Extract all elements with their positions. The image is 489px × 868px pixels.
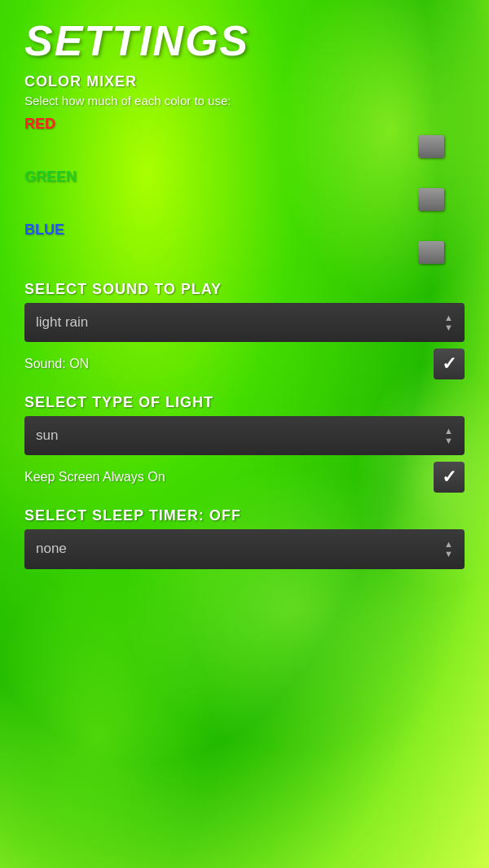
chevron-down-icon: ▼ bbox=[444, 549, 453, 559]
sleep-timer-section: SELECT SLEEP TIMER: OFF none ▲ ▼ bbox=[24, 507, 465, 568]
sound-checkbox[interactable]: ✓ bbox=[434, 349, 465, 379]
sound-dropdown-arrows: ▲ ▼ bbox=[444, 313, 453, 332]
keep-screen-label: Keep Screen Always On bbox=[24, 470, 165, 484]
light-selected-value: sun bbox=[36, 427, 58, 444]
chevron-up-icon: ▲ bbox=[444, 426, 453, 436]
red-slider-container bbox=[24, 136, 465, 160]
sound-toggle-row: Sound: ON ✓ bbox=[24, 349, 465, 379]
blue-slider[interactable] bbox=[24, 242, 465, 266]
sleep-timer-dropdown-arrows: ▲ ▼ bbox=[444, 539, 453, 559]
sound-on-label: Sound: ON bbox=[24, 357, 89, 371]
red-slider[interactable] bbox=[24, 136, 465, 160]
chevron-up-icon: ▲ bbox=[444, 313, 453, 322]
blue-label: BLUE bbox=[24, 221, 465, 239]
chevron-down-icon: ▼ bbox=[444, 436, 453, 445]
green-label: GREEN bbox=[24, 169, 465, 186]
sound-section: SELECT SOUND TO PLAY light rain ▲ ▼ Soun… bbox=[24, 281, 465, 379]
green-slider[interactable] bbox=[24, 189, 465, 213]
green-slider-container bbox=[24, 189, 465, 213]
light-dropdown-arrows: ▲ ▼ bbox=[444, 426, 453, 445]
sleep-timer-dropdown[interactable]: none ▲ ▼ bbox=[24, 529, 465, 568]
color-mixer-desc: Select how much of each color to use: bbox=[24, 94, 465, 107]
sound-selected-value: light rain bbox=[36, 314, 88, 331]
light-section: SELECT TYPE OF LIGHT sun ▲ ▼ Keep Screen… bbox=[24, 394, 465, 493]
chevron-up-icon: ▲ bbox=[444, 539, 453, 549]
page-title: SETTINGS bbox=[24, 16, 465, 65]
keep-screen-checkmark-icon: ✓ bbox=[442, 467, 456, 488]
sound-section-title: SELECT SOUND TO PLAY bbox=[24, 281, 465, 298]
blue-slider-container bbox=[24, 242, 465, 266]
sleep-timer-selected-value: none bbox=[36, 541, 67, 557]
sound-checkmark-icon: ✓ bbox=[442, 353, 456, 375]
sound-dropdown[interactable]: light rain ▲ ▼ bbox=[24, 303, 465, 342]
color-mixer-section: COLOR MIXER Select how much of each colo… bbox=[24, 73, 465, 266]
keep-screen-row: Keep Screen Always On ✓ bbox=[24, 462, 465, 493]
keep-screen-checkbox[interactable]: ✓ bbox=[434, 462, 465, 493]
light-section-title: SELECT TYPE OF LIGHT bbox=[24, 394, 465, 411]
red-label: RED bbox=[24, 116, 465, 133]
light-dropdown[interactable]: sun ▲ ▼ bbox=[24, 416, 465, 455]
sleep-timer-title: SELECT SLEEP TIMER: OFF bbox=[24, 507, 465, 524]
color-mixer-title: COLOR MIXER bbox=[24, 73, 465, 90]
chevron-down-icon: ▼ bbox=[444, 322, 453, 332]
